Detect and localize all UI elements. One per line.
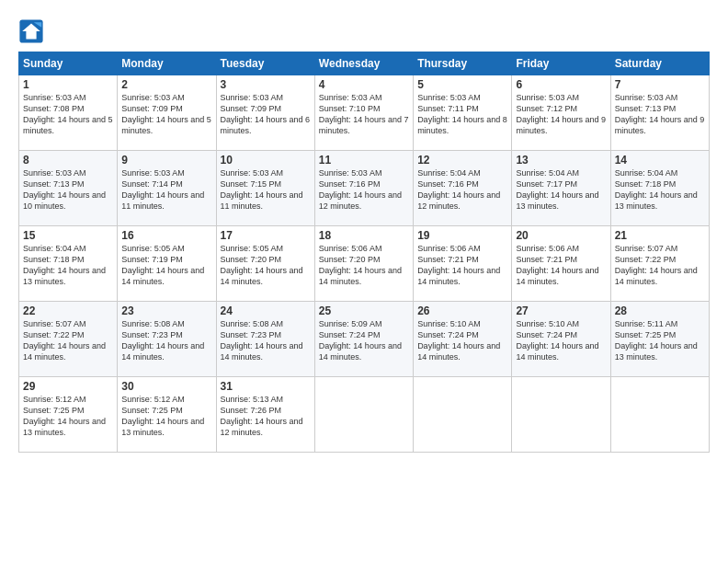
cell-info: Sunrise: 5:06 AMSunset: 7:21 PMDaylight:… [516,243,606,288]
cell-info: Sunrise: 5:04 AMSunset: 7:16 PMDaylight:… [417,167,507,213]
empty-cell [414,377,512,453]
day-number: 13 [516,154,606,167]
day-cell-11: 11Sunrise: 5:03 AMSunset: 7:16 PMDayligh… [314,151,413,226]
day-cell-14: 14Sunrise: 5:04 AMSunset: 7:18 PMDayligh… [610,151,709,226]
day-cell-1: 1Sunrise: 5:03 AMSunset: 7:08 PMDaylight… [19,75,118,151]
day-number: 23 [121,304,211,317]
week-row-5: 29Sunrise: 5:12 AMSunset: 7:25 PMDayligh… [19,377,710,453]
week-row-3: 15Sunrise: 5:04 AMSunset: 7:18 PMDayligh… [19,226,710,302]
day-number: 27 [516,304,606,317]
cell-info: Sunrise: 5:10 AMSunset: 7:24 PMDaylight:… [417,318,507,363]
day-number: 4 [319,78,409,91]
cell-info: Sunrise: 5:05 AMSunset: 7:20 PMDaylight:… [221,243,311,288]
cell-info: Sunrise: 5:07 AMSunset: 7:22 PMDaylight:… [615,243,705,288]
col-header-monday: Monday [118,52,216,75]
day-cell-7: 7Sunrise: 5:03 AMSunset: 7:13 PMDaylight… [610,75,709,151]
col-header-sunday: Sunday [19,52,118,75]
cell-info: Sunrise: 5:13 AMSunset: 7:26 PMDaylight:… [221,394,311,439]
header [18,15,710,44]
day-number: 28 [615,304,705,317]
cell-info: Sunrise: 5:03 AMSunset: 7:11 PMDaylight:… [417,92,507,137]
cell-info: Sunrise: 5:11 AMSunset: 7:25 PMDaylight:… [615,318,705,363]
cell-info: Sunrise: 5:03 AMSunset: 7:08 PMDaylight:… [23,92,113,137]
calendar: SundayMondayTuesdayWednesdayThursdayFrid… [18,52,710,453]
day-cell-5: 5Sunrise: 5:03 AMSunset: 7:11 PMDaylight… [414,75,512,151]
cell-info: Sunrise: 5:12 AMSunset: 7:25 PMDaylight:… [23,394,113,439]
day-number: 2 [121,78,211,91]
week-row-2: 8Sunrise: 5:03 AMSunset: 7:13 PMDaylight… [19,151,710,226]
day-number: 9 [121,154,211,167]
day-number: 18 [319,229,409,242]
day-number: 21 [615,229,705,242]
col-header-friday: Friday [512,52,610,75]
day-cell-25: 25Sunrise: 5:09 AMSunset: 7:24 PMDayligh… [314,302,413,377]
day-cell-28: 28Sunrise: 5:11 AMSunset: 7:25 PMDayligh… [610,302,709,377]
cell-info: Sunrise: 5:08 AMSunset: 7:23 PMDaylight:… [221,318,311,363]
day-number: 29 [23,380,113,393]
day-cell-21: 21Sunrise: 5:07 AMSunset: 7:22 PMDayligh… [610,226,709,302]
day-number: 30 [121,380,211,393]
cell-info: Sunrise: 5:03 AMSunset: 7:13 PMDaylight:… [615,92,705,137]
day-number: 5 [417,78,507,91]
col-header-tuesday: Tuesday [216,52,314,75]
day-cell-8: 8Sunrise: 5:03 AMSunset: 7:13 PMDaylight… [19,151,118,226]
day-cell-18: 18Sunrise: 5:06 AMSunset: 7:20 PMDayligh… [314,226,413,302]
empty-cell [512,377,610,453]
cell-info: Sunrise: 5:03 AMSunset: 7:16 PMDaylight:… [319,167,409,213]
day-number: 6 [516,78,606,91]
cell-info: Sunrise: 5:03 AMSunset: 7:12 PMDaylight:… [516,92,606,137]
empty-cell [610,377,709,453]
day-number: 10 [221,154,311,167]
day-cell-15: 15Sunrise: 5:04 AMSunset: 7:18 PMDayligh… [19,226,118,302]
page: SundayMondayTuesdayWednesdayThursdayFrid… [0,0,728,462]
day-cell-9: 9Sunrise: 5:03 AMSunset: 7:14 PMDaylight… [118,151,216,226]
day-number: 14 [615,154,705,167]
cell-info: Sunrise: 5:12 AMSunset: 7:25 PMDaylight:… [121,394,211,439]
day-cell-10: 10Sunrise: 5:03 AMSunset: 7:15 PMDayligh… [216,151,314,226]
day-cell-22: 22Sunrise: 5:07 AMSunset: 7:22 PMDayligh… [19,302,118,377]
day-cell-27: 27Sunrise: 5:10 AMSunset: 7:24 PMDayligh… [512,302,610,377]
cell-info: Sunrise: 5:04 AMSunset: 7:17 PMDaylight:… [516,167,606,213]
day-cell-23: 23Sunrise: 5:08 AMSunset: 7:23 PMDayligh… [118,302,216,377]
day-number: 3 [221,78,311,91]
day-cell-29: 29Sunrise: 5:12 AMSunset: 7:25 PMDayligh… [19,377,118,453]
day-number: 16 [121,229,211,242]
cell-info: Sunrise: 5:03 AMSunset: 7:14 PMDaylight:… [121,167,211,213]
day-number: 7 [615,78,705,91]
day-cell-20: 20Sunrise: 5:06 AMSunset: 7:21 PMDayligh… [512,226,610,302]
cell-info: Sunrise: 5:09 AMSunset: 7:24 PMDaylight:… [319,318,409,363]
cell-info: Sunrise: 5:03 AMSunset: 7:10 PMDaylight:… [319,92,409,137]
col-header-thursday: Thursday [414,52,512,75]
col-header-wednesday: Wednesday [314,52,413,75]
empty-cell [314,377,413,453]
day-number: 19 [417,229,507,242]
cell-info: Sunrise: 5:03 AMSunset: 7:15 PMDaylight:… [221,167,311,213]
day-number: 20 [516,229,606,242]
cell-info: Sunrise: 5:03 AMSunset: 7:09 PMDaylight:… [121,92,211,137]
cell-info: Sunrise: 5:04 AMSunset: 7:18 PMDaylight:… [23,243,113,288]
day-cell-4: 4Sunrise: 5:03 AMSunset: 7:10 PMDaylight… [314,75,413,151]
day-cell-26: 26Sunrise: 5:10 AMSunset: 7:24 PMDayligh… [414,302,512,377]
day-number: 15 [23,229,113,242]
day-cell-2: 2Sunrise: 5:03 AMSunset: 7:09 PMDaylight… [118,75,216,151]
day-number: 26 [417,304,507,317]
day-cell-6: 6Sunrise: 5:03 AMSunset: 7:12 PMDaylight… [512,75,610,151]
day-cell-13: 13Sunrise: 5:04 AMSunset: 7:17 PMDayligh… [512,151,610,226]
day-number: 8 [23,154,113,167]
day-number: 25 [319,304,409,317]
day-number: 1 [23,78,113,91]
day-cell-3: 3Sunrise: 5:03 AMSunset: 7:09 PMDaylight… [216,75,314,151]
week-row-4: 22Sunrise: 5:07 AMSunset: 7:22 PMDayligh… [19,302,710,377]
col-header-saturday: Saturday [610,52,709,75]
cell-info: Sunrise: 5:07 AMSunset: 7:22 PMDaylight:… [23,318,113,363]
day-number: 24 [221,304,311,317]
day-cell-19: 19Sunrise: 5:06 AMSunset: 7:21 PMDayligh… [414,226,512,302]
day-number: 17 [221,229,311,242]
day-number: 11 [319,154,409,167]
calendar-header-row: SundayMondayTuesdayWednesdayThursdayFrid… [19,52,710,75]
cell-info: Sunrise: 5:03 AMSunset: 7:13 PMDaylight:… [23,167,113,213]
day-number: 12 [417,154,507,167]
day-number: 31 [221,380,311,393]
logo-icon [18,18,44,44]
day-cell-24: 24Sunrise: 5:08 AMSunset: 7:23 PMDayligh… [216,302,314,377]
